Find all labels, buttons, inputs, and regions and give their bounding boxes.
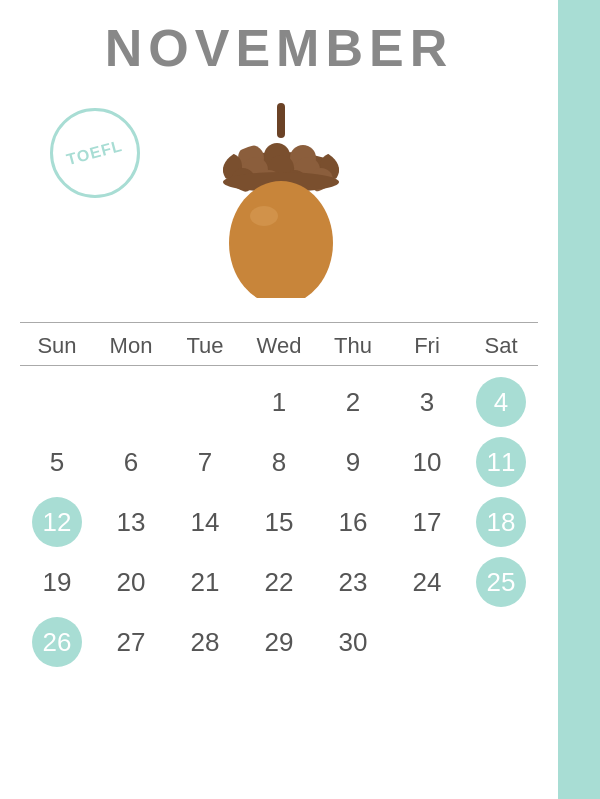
svg-point-17 bbox=[250, 206, 278, 226]
cal-cell-1-2: 7 bbox=[168, 434, 242, 490]
cal-cell-1-6: 11 bbox=[464, 434, 538, 490]
cal-cell-3-3: 22 bbox=[242, 554, 316, 610]
cal-cell-4-4: 30 bbox=[316, 614, 390, 670]
header-wed: Wed bbox=[242, 333, 316, 359]
cal-cell-2-0: 12 bbox=[20, 494, 94, 550]
highlighted-day-11: 11 bbox=[476, 437, 526, 487]
calendar-grid: 1234567891011121314151617181920212223242… bbox=[20, 366, 538, 670]
acorn-illustration bbox=[199, 98, 359, 298]
right-sidebar bbox=[558, 0, 600, 799]
month-title: NOVEMBER bbox=[105, 18, 453, 78]
cal-cell-3-0: 19 bbox=[20, 554, 94, 610]
highlighted-day-26: 26 bbox=[32, 617, 82, 667]
cal-cell-0-3: 1 bbox=[242, 374, 316, 430]
highlighted-day-4: 4 bbox=[476, 377, 526, 427]
cal-cell-4-6 bbox=[464, 614, 538, 670]
cal-cell-3-5: 24 bbox=[390, 554, 464, 610]
stamp-text: TOEFL bbox=[65, 137, 125, 169]
cal-cell-4-5 bbox=[390, 614, 464, 670]
cal-cell-3-6: 25 bbox=[464, 554, 538, 610]
cal-cell-4-3: 29 bbox=[242, 614, 316, 670]
cal-cell-0-2 bbox=[168, 374, 242, 430]
cal-cell-3-2: 21 bbox=[168, 554, 242, 610]
illustration-area: TOEFL bbox=[20, 88, 538, 308]
cal-cell-2-3: 15 bbox=[242, 494, 316, 550]
highlighted-day-25: 25 bbox=[476, 557, 526, 607]
cal-cell-2-6: 18 bbox=[464, 494, 538, 550]
cal-cell-0-5: 3 bbox=[390, 374, 464, 430]
calendar-header: Sun Mon Tue Wed Thu Fri Sat bbox=[20, 323, 538, 366]
svg-point-16 bbox=[229, 181, 333, 298]
cal-cell-3-4: 23 bbox=[316, 554, 390, 610]
svg-rect-0 bbox=[277, 103, 285, 138]
cal-cell-1-3: 8 bbox=[242, 434, 316, 490]
calendar: Sun Mon Tue Wed Thu Fri Sat 123456789101… bbox=[20, 322, 538, 670]
cal-cell-2-1: 13 bbox=[94, 494, 168, 550]
main-content: NOVEMBER TOEFL bbox=[0, 0, 558, 799]
cal-cell-2-5: 17 bbox=[390, 494, 464, 550]
cal-cell-1-0: 5 bbox=[20, 434, 94, 490]
header-tue: Tue bbox=[168, 333, 242, 359]
cal-cell-1-1: 6 bbox=[94, 434, 168, 490]
cal-cell-0-0 bbox=[20, 374, 94, 430]
header-sat: Sat bbox=[464, 333, 538, 359]
cal-cell-1-5: 10 bbox=[390, 434, 464, 490]
cal-cell-2-2: 14 bbox=[168, 494, 242, 550]
toefl-stamp: TOEFL bbox=[50, 108, 140, 198]
cal-cell-0-4: 2 bbox=[316, 374, 390, 430]
cal-cell-4-1: 27 bbox=[94, 614, 168, 670]
header-fri: Fri bbox=[390, 333, 464, 359]
cal-cell-3-1: 20 bbox=[94, 554, 168, 610]
header-sun: Sun bbox=[20, 333, 94, 359]
highlighted-day-18: 18 bbox=[476, 497, 526, 547]
cal-cell-0-6: 4 bbox=[464, 374, 538, 430]
cal-cell-0-1 bbox=[94, 374, 168, 430]
cal-cell-2-4: 16 bbox=[316, 494, 390, 550]
header-mon: Mon bbox=[94, 333, 168, 359]
highlighted-day-12: 12 bbox=[32, 497, 82, 547]
cal-cell-1-4: 9 bbox=[316, 434, 390, 490]
header-thu: Thu bbox=[316, 333, 390, 359]
cal-cell-4-2: 28 bbox=[168, 614, 242, 670]
cal-cell-4-0: 26 bbox=[20, 614, 94, 670]
